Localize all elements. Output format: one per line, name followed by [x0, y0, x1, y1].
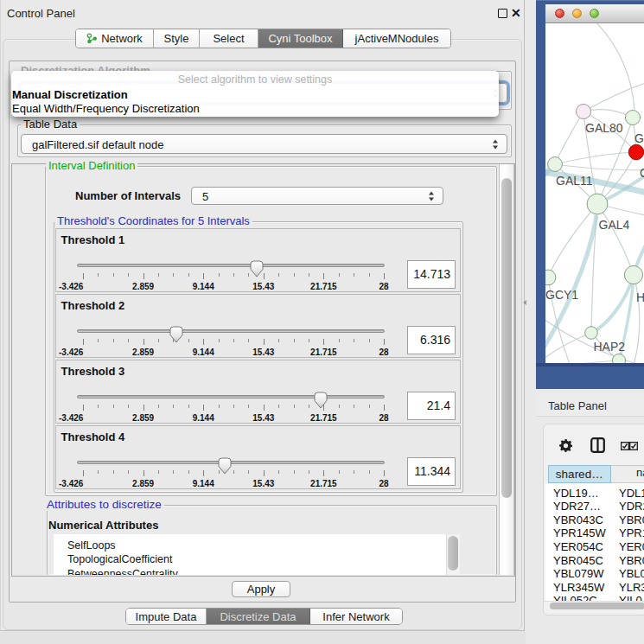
- svg-text:GAL11: GAL11: [556, 174, 593, 188]
- svg-text:H: H: [636, 290, 644, 304]
- svg-text:GA: GA: [634, 131, 644, 145]
- svg-text:GAL80: GAL80: [585, 121, 623, 135]
- svg-text:GAL4: GAL4: [599, 218, 630, 232]
- svg-text:HAP2: HAP2: [594, 340, 626, 354]
- svg-text:GCY1: GCY1: [545, 288, 578, 302]
- svg-text:C: C: [640, 166, 644, 180]
